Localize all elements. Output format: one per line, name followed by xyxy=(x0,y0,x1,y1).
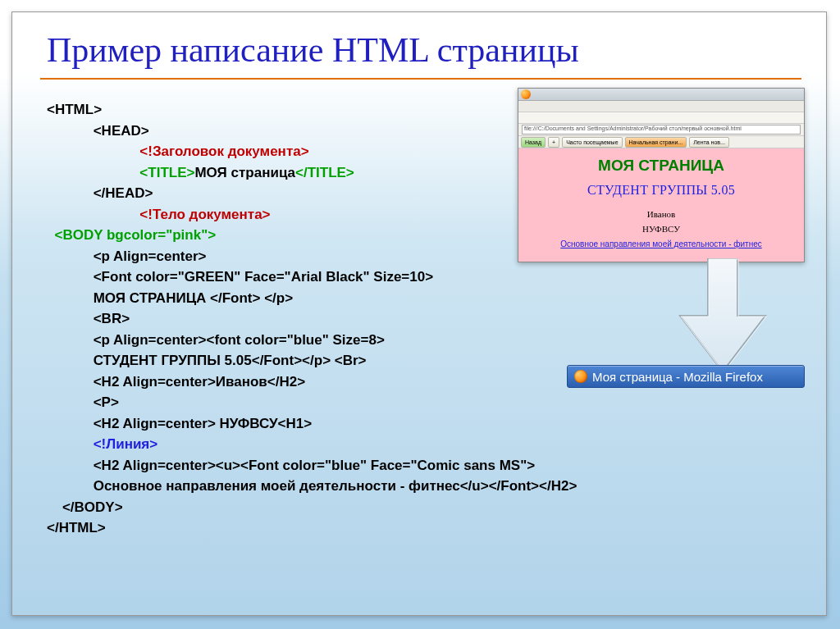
toolbar-news[interactable]: Лента нов... xyxy=(689,137,729,148)
address-field[interactable]: file:///C:/Documents and Settings/Admini… xyxy=(522,125,801,134)
code-l2: <HEAD> xyxy=(94,123,149,139)
browser-addressbar: file:///C:/Documents and Settings/Admini… xyxy=(518,124,804,136)
code-l12: <p Align=center><font color="blue" Size=… xyxy=(94,332,385,348)
code-l21: </HTML> xyxy=(47,520,106,536)
code-l4a: <TITLE> xyxy=(139,165,194,180)
page-heading: МОЯ СТРАНИЦА xyxy=(522,157,801,175)
title-underline xyxy=(40,78,801,80)
code-l15: <P> xyxy=(94,394,119,410)
page-university: НУФВСУ xyxy=(522,224,801,234)
code-l6: <!Тело документа> xyxy=(139,207,270,222)
code-l8: <p Align=center> xyxy=(94,248,207,264)
code-l10b: </Font> </p> xyxy=(210,290,293,306)
toolbar-add[interactable]: + xyxy=(548,137,559,148)
browser-tabstrip xyxy=(518,112,804,124)
code-l14: <H2 Align=center>Иванов</H2> xyxy=(94,374,305,390)
browser-titlebar xyxy=(518,89,804,101)
toolbar-bookmarks[interactable]: Часто посещаемые xyxy=(562,137,622,148)
browser-preview: file:///C:/Documents and Settings/Admini… xyxy=(518,88,805,262)
code-l18: <H2 Align=center><u><Font color="blue" F… xyxy=(94,458,535,473)
slide-title: Пример написание HTML страницы xyxy=(12,12,826,76)
code-l19b: </u></Font></H2> xyxy=(460,478,578,494)
page-subheading: СТУДЕНТ ГРУППЫ 5.05 xyxy=(522,183,801,198)
code-l3: <!Заголовок документа> xyxy=(139,144,308,159)
code-l10a: МОЯ СТРАНИЦА xyxy=(94,290,210,306)
firefox-icon xyxy=(521,89,531,99)
page-activity-link[interactable]: Основное направления моей деятельности -… xyxy=(560,239,762,248)
browser-window: file:///C:/Documents and Settings/Admini… xyxy=(518,88,805,262)
code-l19a: Основное направления моей деятельности -… xyxy=(94,478,460,494)
slide: Пример написание HTML страницы <HTML> <H… xyxy=(11,11,827,616)
code-l1: <HTML> xyxy=(47,102,102,117)
code-l13a: СТУДЕНТ ГРУППЫ 5.05 xyxy=(94,353,252,368)
code-l11: <BR> xyxy=(94,311,130,326)
taskbar-button[interactable]: Моя страница - Mozilla Firefox xyxy=(567,365,805,388)
code-l20: </BODY> xyxy=(62,499,123,515)
taskbar-label: Моя страница - Mozilla Firefox xyxy=(592,370,763,384)
browser-menubar xyxy=(518,101,804,112)
code-l4b: МОЯ страница xyxy=(194,165,295,180)
code-l9: <Font color="GREEN" Face="Arial Black" S… xyxy=(94,269,433,285)
toolbar-start[interactable]: Начальная страни... xyxy=(625,137,687,148)
code-l13b: </Font></p> <Br> xyxy=(252,353,367,368)
code-l16: <H2 Align=center> НУФВСУ<H1> xyxy=(94,416,312,431)
browser-toolbar: Назад + Часто посещаемые Начальная стран… xyxy=(518,136,804,148)
code-l4c: </TITLE> xyxy=(295,165,354,180)
code-l17: <!Линия> xyxy=(94,436,158,452)
rendered-page: МОЯ СТРАНИЦА СТУДЕНТ ГРУППЫ 5.05 Иванов … xyxy=(518,148,804,262)
code-l5: </HEAD> xyxy=(94,185,153,201)
code-l7: <BODY bgcolor="pink"> xyxy=(54,227,216,243)
toolbar-back[interactable]: Назад xyxy=(521,137,546,148)
page-name: Иванов xyxy=(522,209,801,219)
firefox-icon xyxy=(574,370,587,383)
arrow-icon xyxy=(673,258,772,373)
